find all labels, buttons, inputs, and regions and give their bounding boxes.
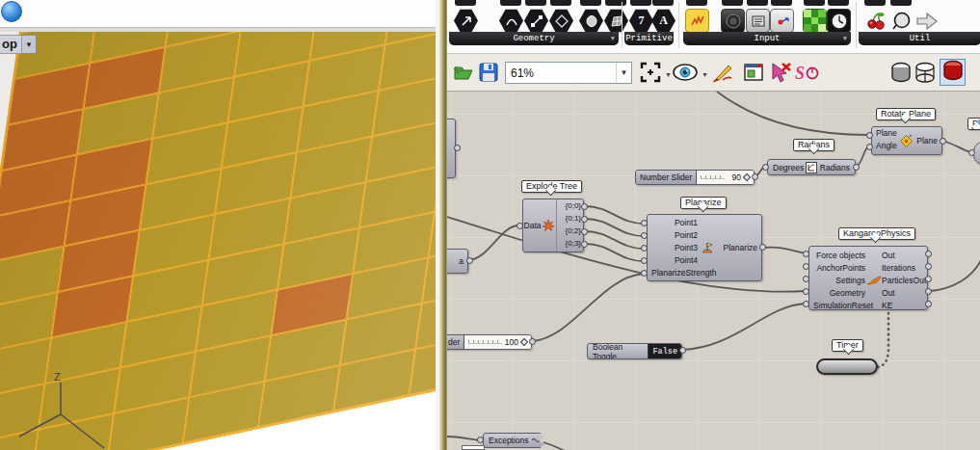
- rhino-app-icon[interactable]: [1, 1, 22, 22]
- port[interactable]: [940, 138, 946, 145]
- control-knob-icon[interactable]: [721, 9, 745, 33]
- toolbar-stub-icon[interactable]: [500, 0, 521, 6]
- slider-track[interactable]: 100: [464, 335, 531, 349]
- save-file-button[interactable]: [477, 61, 500, 84]
- chevron-down-icon[interactable]: ▼: [616, 63, 631, 83]
- port[interactable]: [759, 244, 766, 251]
- toolbar-stub-icon[interactable]: [605, 0, 626, 6]
- port[interactable]: [679, 347, 686, 354]
- number-slider-100[interactable]: der 100: [447, 334, 532, 350]
- script-gesture-button[interactable]: S: [794, 61, 821, 86]
- slider-grip[interactable]: [520, 338, 528, 346]
- zoom-extents-button[interactable]: [639, 61, 662, 84]
- port[interactable]: [641, 270, 648, 277]
- port[interactable]: [752, 173, 758, 180]
- port[interactable]: [762, 164, 769, 171]
- slider-grip[interactable]: [743, 173, 751, 181]
- port[interactable]: [968, 149, 975, 156]
- tab-geometry[interactable]: Geometry ▼: [449, 32, 619, 45]
- port[interactable]: [866, 132, 873, 139]
- port[interactable]: [641, 245, 648, 251]
- graph-mapper-icon[interactable]: [685, 9, 709, 33]
- toolbar-stub-icon[interactable]: [828, 0, 849, 6]
- integer-primitive-icon[interactable]: 7: [629, 9, 653, 33]
- tab-util[interactable]: Util: [859, 32, 980, 45]
- partial-component-a[interactable]: a: [447, 249, 468, 274]
- chevron-down-icon[interactable]: ▼: [611, 35, 615, 42]
- port[interactable]: [581, 241, 588, 248]
- preview-wireframe-button[interactable]: [914, 61, 936, 84]
- toolbar-stub-icon[interactable]: [455, 0, 476, 6]
- gh-canvas[interactable]: a Explode Tree Data {0;0} {0;1} {0;2} {0…: [447, 92, 980, 450]
- tab-input[interactable]: Input ▼: [683, 32, 851, 45]
- port[interactable]: [641, 232, 648, 239]
- slider-track[interactable]: 90: [697, 171, 754, 184]
- exceptions-component[interactable]: Exceptions: [483, 433, 546, 448]
- panel-icon[interactable]: [746, 9, 770, 33]
- port[interactable]: [581, 216, 588, 223]
- toolbar-stub-icon[interactable]: [864, 0, 886, 6]
- toolbar-stub-icon[interactable]: [722, 0, 743, 6]
- toggle-value[interactable]: False: [648, 344, 681, 358]
- surface-component-icon[interactable]: [579, 9, 603, 33]
- port[interactable]: [925, 276, 932, 282]
- port[interactable]: [529, 338, 536, 345]
- port[interactable]: [803, 263, 809, 270]
- port[interactable]: [581, 228, 588, 235]
- toolbar-stub-icon[interactable]: [804, 0, 825, 6]
- port[interactable]: [853, 164, 860, 171]
- chevron-down-icon[interactable]: ▼: [22, 35, 37, 54]
- chevron-down-icon[interactable]: ▼: [665, 71, 672, 78]
- port[interactable]: [803, 276, 809, 282]
- viewport-title[interactable]: op: [0, 35, 22, 54]
- preview-eye-button[interactable]: [672, 61, 699, 84]
- port[interactable]: [925, 301, 932, 307]
- port[interactable]: [477, 437, 484, 443]
- number-slider-90[interactable]: Number Slider 90: [635, 170, 755, 185]
- preview-custom-button[interactable]: [942, 59, 964, 86]
- rotate-plane-component[interactable]: Plane Angle Plane: [871, 126, 942, 155]
- viewport-settings-button[interactable]: [742, 61, 765, 84]
- mesh-component-icon[interactable]: [604, 9, 628, 33]
- port[interactable]: [454, 145, 461, 151]
- explode-tree-component[interactable]: Data {0;0} {0;1} {0;2} {0;3}: [522, 199, 584, 252]
- vector-component-icon[interactable]: [454, 9, 478, 33]
- gradient-icon[interactable]: [803, 9, 827, 33]
- zoom-level-combo[interactable]: 61% ▼: [505, 62, 632, 84]
- kangaroo-physics-component[interactable]: Force objectsOut AnchorPointsIterations …: [808, 246, 928, 310]
- port[interactable]: [925, 263, 932, 270]
- planarize-component[interactable]: Point1 Point2 Point3 Point4 PlanarizeStr…: [647, 214, 762, 281]
- disable-selection-button[interactable]: [767, 61, 792, 86]
- port[interactable]: [803, 301, 809, 307]
- port[interactable]: [803, 288, 809, 295]
- port[interactable]: [581, 203, 588, 210]
- clock-icon[interactable]: [827, 9, 851, 33]
- open-file-button[interactable]: [452, 61, 475, 84]
- sketch-pen-button[interactable]: [709, 61, 734, 86]
- timer-component[interactable]: [816, 358, 878, 375]
- viewport-top[interactable]: Z op ▼: [0, 32, 436, 450]
- viewport-title-dropdown[interactable]: op ▼: [0, 35, 37, 54]
- toolbar-stub-icon[interactable]: [686, 0, 707, 6]
- chevron-down-icon[interactable]: ▼: [843, 35, 847, 42]
- partial-panel[interactable]: [462, 445, 485, 450]
- port[interactable]: [641, 257, 648, 264]
- port[interactable]: [925, 288, 932, 295]
- toolbar-stub-icon[interactable]: [630, 0, 651, 6]
- boolean-toggle-component[interactable]: Boolean Toggle False: [587, 343, 682, 359]
- toolbar-stub-icon[interactable]: [652, 0, 674, 6]
- preview-shaded-button[interactable]: [890, 61, 912, 84]
- toolbar-stub-icon[interactable]: [747, 0, 768, 6]
- curve-component-icon[interactable]: [499, 9, 523, 33]
- line-component-icon[interactable]: [524, 9, 548, 33]
- port[interactable]: [466, 257, 473, 264]
- tab-primitive[interactable]: Primitive: [624, 32, 674, 45]
- toolbar-stub-icon[interactable]: [525, 0, 546, 6]
- rectangle-component-icon[interactable]: [549, 9, 573, 33]
- jump-arrow-icon[interactable]: [914, 9, 939, 33]
- cherries-icon[interactable]: [863, 9, 887, 33]
- balloon-icon[interactable]: [889, 9, 914, 33]
- port[interactable]: [925, 251, 932, 257]
- port[interactable]: [866, 144, 873, 150]
- port[interactable]: [516, 223, 523, 229]
